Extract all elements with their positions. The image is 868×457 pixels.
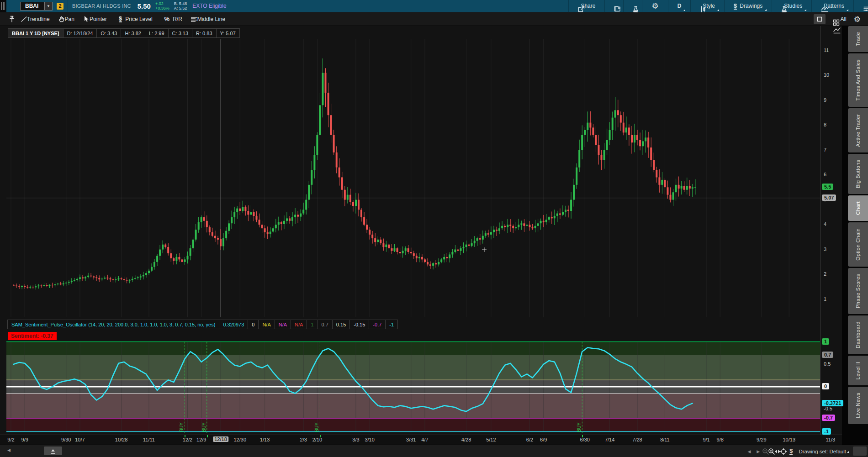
date-label-3-10: 3/10 (365, 437, 374, 442)
date-label-8-11: 8/11 (660, 437, 670, 442)
date-label-12-18: 12/18 (213, 436, 228, 442)
osc-axis-label--0.7: -0.7 (822, 415, 835, 421)
change-stack: +.02 +0.36% (155, 1, 169, 11)
scroll-left-icon[interactable]: ◀ (7, 448, 11, 452)
bid-value: B: 5.48 (174, 1, 187, 6)
price-chart-canvas[interactable] (6, 39, 820, 317)
date-label-6-9: 6/9 (540, 437, 547, 442)
price-level-icon: $ (119, 16, 122, 22)
study-value-cell: 1 (307, 320, 318, 329)
analyze-button[interactable] (628, 0, 638, 12)
tool-pan[interactable]: Pan (56, 12, 80, 26)
price-tick: 11 (824, 47, 829, 53)
drawings-icon: $ (734, 3, 737, 10)
osc-axis-label--0.5: -0.5 (824, 406, 832, 411)
pan-right-icon[interactable]: ▶ (757, 449, 760, 454)
axis-edit-icon[interactable] (833, 27, 842, 34)
window-edge (0, 0, 6, 12)
date-axis: 9/29/99/3010/710/2811/1112/212/912/1812/… (0, 435, 842, 445)
drawings-button[interactable]: $ Drawings (729, 0, 767, 12)
date-label-10-13: 10/13 (783, 437, 795, 442)
date-label-7-14: 7/14 (605, 437, 614, 442)
tool-price-level[interactable]: $Price Level (113, 12, 159, 26)
pan-left-icon[interactable]: ◀ (747, 449, 751, 454)
sidebar-tab-trade[interactable]: Trade (848, 26, 868, 52)
alert-count-badge[interactable]: 2 (57, 3, 64, 10)
session-status: EXTO Eligible (192, 3, 226, 9)
osc-axis-label-0: 0 (822, 383, 829, 389)
date-label-2-3: 2/3 (300, 437, 307, 442)
symbol-input[interactable]: BBAI (21, 2, 44, 10)
ohlc-field: Y: 5.07 (216, 28, 240, 38)
all-charts-button[interactable]: All (840, 16, 846, 22)
study-value-cell: N/A (258, 320, 275, 329)
price-badge-5.07: 5.07 (822, 194, 836, 201)
date-label-11-11: 11/11 (143, 437, 155, 442)
tool-trendline[interactable]: Trendline (18, 12, 56, 26)
last-price: 5.50 (138, 2, 151, 10)
osc-axis-label--1: -1 (822, 428, 831, 435)
bottom-right-tools: ◀ ▶ $ Drawing set: Default (747, 445, 850, 457)
tool-middle-line[interactable]: Middle Line (188, 12, 231, 26)
date-label-12-9: 12/9 (196, 437, 206, 442)
gear-icon: ⚙ (651, 2, 658, 10)
sidebar-tab-chart[interactable]: Chart (848, 195, 868, 221)
date-label-4-7: 4/7 (421, 437, 428, 442)
tool-r-r[interactable]: %R/R (159, 12, 188, 26)
date-label-10-7: 10/7 (75, 437, 85, 442)
study-value-cell: -1 (385, 320, 398, 329)
date-label-7-28: 7/28 (632, 437, 642, 442)
share-button[interactable]: Share (573, 0, 600, 12)
symbol-dropdown-button[interactable]: ▼ (44, 2, 52, 10)
sidebar-tab-big-buttons[interactable]: Big Buttons (848, 154, 868, 194)
chart-region[interactable]: BUYBUYBUYBUY BBAI 1 Y 1D [NYSE] D: 12/18… (0, 26, 842, 445)
tool-pointer[interactable]: Pointer (80, 12, 113, 26)
oscillator-canvas[interactable]: BUYBUYBUYBUY (6, 331, 820, 435)
sidebar-tab-times-and-sales[interactable]: Times And Sales (848, 53, 868, 106)
price-tick: 2 (824, 271, 826, 277)
sentiment-badge: Sentiment: -0.37 (8, 332, 57, 340)
sidebar-tab-live-news[interactable]: Live News (848, 387, 868, 424)
study-value-cell: N/A (275, 320, 291, 329)
collapse-panel-button[interactable] (44, 446, 62, 455)
bid-ask-stack: B: 5.48 A: 5.52 (174, 1, 187, 11)
timeframe-button[interactable]: D (672, 0, 687, 12)
osc-axis-label-1: 1 (822, 338, 829, 345)
sidebar-tab-option-chain[interactable]: Option Chain (848, 222, 868, 267)
date-label-4-28: 4/28 (461, 437, 471, 442)
sidebar-tab-phase-scores[interactable]: Phase Scores (848, 268, 868, 314)
patterns-button[interactable]: Patterns (816, 0, 849, 12)
price-tick: 6 (824, 172, 826, 177)
sidebar-tab-level-ii[interactable]: Level II (848, 356, 868, 385)
timeframe-label: D (677, 3, 682, 9)
sidebar-tab-active-trader[interactable]: Active Trader (848, 108, 868, 153)
date-label-11-3: 11/3 (826, 437, 836, 442)
drawing-set-selector[interactable]: Drawing set: Default (799, 449, 850, 454)
svg-text:BUY: BUY (201, 422, 206, 432)
studies-button[interactable]: Studies (776, 0, 807, 12)
study-name[interactable]: SAM_Sentiment_Pulse_Oscillator (14, 20, … (7, 320, 219, 329)
toolbar-right-group: All ⚙ (814, 12, 861, 26)
study-value-cell: -0.7 (369, 320, 386, 329)
sidebar-tab-dashboard[interactable]: Dashboard (848, 315, 868, 354)
price-tick: 9 (824, 97, 826, 103)
ask-value: A: 5.52 (174, 6, 187, 11)
single-chart-button[interactable] (814, 14, 826, 24)
news-panel-button[interactable]: ! (609, 0, 619, 12)
change-percent: +0.36% (155, 6, 169, 11)
menu-button[interactable] (858, 0, 868, 12)
price-marker-icon[interactable]: $ (789, 448, 793, 455)
bottom-corner-handle[interactable] (853, 446, 867, 456)
study-value-cell: 0.320973 (219, 320, 248, 329)
toolbar-settings-button[interactable]: ⚙ (854, 16, 861, 23)
study-value-cell: 0.7 (318, 320, 333, 329)
symbol-input-group[interactable]: BBAI ▼ (20, 2, 53, 11)
svg-text:BUY: BUY (179, 422, 184, 432)
style-button[interactable]: Style (695, 0, 720, 12)
date-label-1-13: 1/13 (260, 437, 270, 442)
pin-toolbar-button[interactable] (0, 12, 18, 26)
settings-button[interactable]: ⚙ (646, 0, 663, 12)
price-axis[interactable]: 11109876543215.075.510.70.50-0.3721-0.5-… (820, 26, 842, 435)
symbol-bar-right-tools: Share ! ⚙ D Style $ Drawings (564, 0, 868, 12)
ohlc-field: H: 3.82 (121, 28, 145, 38)
